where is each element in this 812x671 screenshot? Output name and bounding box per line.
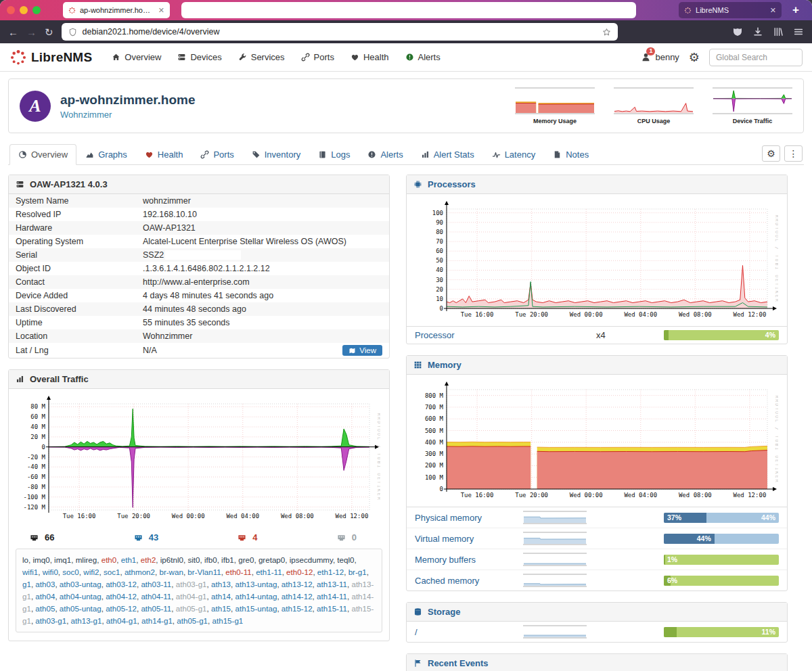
interface-link[interactable]: br-Vlan11 — [187, 568, 221, 576]
tab-health[interactable]: Health — [136, 144, 192, 165]
user-menu[interactable]: 1 benny — [641, 52, 679, 62]
interface-link[interactable]: eth1 — [121, 555, 137, 564]
interface-link[interactable]: ath13-12 — [281, 580, 313, 588]
mini-graph-traffic[interactable]: Device Traffic — [713, 87, 792, 124]
interface-link[interactable]: ath04-12 — [106, 592, 137, 601]
tab-ports[interactable]: Ports — [191, 144, 242, 165]
interface-link[interactable]: ath14-12 — [281, 592, 313, 601]
minimize-window-button[interactable] — [20, 6, 28, 14]
browser-tab-inactive[interactable]: LibreNMS ✕ — [679, 2, 782, 18]
interface-link[interactable]: ath04 — [35, 592, 55, 601]
interface-link[interactable]: wifi2 — [83, 568, 99, 576]
url-bar[interactable]: debian2021.home/device/4/overview — [62, 23, 618, 41]
site-security-shield-icon[interactable] — [68, 28, 77, 37]
mempool-link[interactable]: Virtual memory — [415, 534, 523, 544]
interface-link[interactable]: ath03-untag — [60, 580, 102, 588]
downloads-icon[interactable] — [752, 26, 763, 37]
tab-close-icon[interactable]: ✕ — [158, 6, 164, 15]
interface-link[interactable]: imq1 — [54, 555, 71, 564]
nav-ports[interactable]: Ports — [294, 43, 342, 72]
nav-alerts[interactable]: Alerts — [398, 43, 448, 72]
interface-link[interactable]: ath04-g1 — [106, 616, 137, 625]
memory-graph[interactable]: 800 M700 M600 M500 M400 M300 M200 M100 M… — [415, 380, 778, 503]
interface-link[interactable]: ath15 — [211, 604, 231, 613]
ports-ignored-count[interactable]: 0 — [336, 532, 357, 542]
ports-down-count[interactable]: 4 — [237, 532, 257, 542]
interface-link[interactable]: ath14-untag — [235, 592, 277, 601]
tab-overview[interactable]: Overview — [9, 144, 76, 165]
interface-link[interactable]: ath03 — [35, 580, 55, 588]
interface-link[interactable]: ath14-g1 — [141, 616, 173, 625]
titlebar-pill[interactable] — [181, 2, 636, 18]
tab-notes[interactable]: Notes — [544, 144, 597, 165]
interface-link[interactable]: soc0 — [62, 568, 79, 576]
ports-total-count[interactable]: 66 — [29, 532, 54, 542]
interface-link[interactable]: ath05-untag — [60, 604, 102, 613]
kebab-menu-button[interactable]: ⋮ — [784, 145, 803, 162]
interface-link[interactable]: ip6tnl0 — [160, 555, 183, 564]
librenms-logo[interactable]: LibreNMS — [9, 49, 92, 66]
menu-icon[interactable] — [793, 26, 804, 37]
new-tab-button[interactable]: + — [786, 3, 805, 17]
mempool-link[interactable]: Physical memory — [415, 513, 523, 523]
interface-link[interactable]: gre0 — [238, 555, 254, 564]
tab-logs[interactable]: Logs — [309, 144, 359, 165]
interface-link[interactable]: ath05 — [35, 604, 55, 613]
nav-services[interactable]: Services — [231, 43, 292, 72]
interface-link[interactable]: ath05-g1 — [176, 604, 207, 613]
cpu-graph[interactable]: 1009080706050403020100Tue 16:00Tue 20:00… — [415, 200, 778, 322]
interface-link[interactable]: ath05-12 — [106, 604, 137, 613]
global-search-input[interactable] — [709, 49, 803, 66]
interface-link[interactable]: ath13-g1 — [71, 616, 102, 625]
interface-link[interactable]: br-g1 — [348, 568, 367, 576]
interface-link[interactable]: ath14 — [211, 592, 231, 601]
interface-link[interactable]: ifb0 — [204, 555, 217, 564]
browser-tab-active[interactable]: ap-wohnzimmer.home Overview ✕ — [63, 2, 170, 18]
interface-link[interactable]: ath15-untag — [235, 604, 277, 613]
overall-traffic-graph[interactable]: 80 M60 M40 M20 M0-20 M-40 M-60 M-80 M-10… — [18, 394, 380, 524]
interface-link[interactable]: ath15-12 — [281, 604, 313, 613]
interface-link[interactable]: mlireg — [76, 555, 97, 564]
interface-link[interactable]: br-wan — [159, 568, 183, 576]
device-location[interactable]: Wohnzimmer — [60, 110, 196, 120]
settings-gear-icon[interactable]: ⚙ — [689, 50, 700, 65]
device-settings-gear-button[interactable]: ⚙ — [762, 145, 780, 162]
interface-link[interactable]: ath03-11 — [141, 580, 171, 588]
interface-link[interactable]: athmon2 — [125, 568, 155, 576]
interface-link[interactable]: lo — [22, 555, 28, 564]
interface-link[interactable]: eth0-12 — [286, 568, 313, 576]
mempool-link[interactable]: Cached memory — [415, 576, 523, 586]
nav-overview[interactable]: Overview — [104, 43, 168, 72]
interface-link[interactable]: eth1-11 — [256, 568, 281, 576]
interface-link[interactable]: ath05-11 — [141, 604, 171, 613]
ports-up-count[interactable]: 43 — [133, 532, 158, 542]
interface-link[interactable]: ath03-g1 — [35, 616, 66, 625]
mini-graph-memory[interactable]: Memory Usage — [515, 87, 595, 124]
reload-button[interactable]: ↻ — [45, 27, 53, 37]
library-icon[interactable] — [773, 26, 784, 37]
nav-health[interactable]: Health — [343, 43, 397, 72]
storage-mount-link[interactable]: / — [415, 627, 523, 637]
tab-alert-stats[interactable]: Alert Stats — [412, 144, 483, 165]
nav-devices[interactable]: Devices — [170, 43, 229, 72]
interface-link[interactable]: teql0 — [337, 555, 354, 564]
interface-link[interactable]: ath15-g1 — [212, 616, 244, 625]
interface-link[interactable]: ath04-g1 — [176, 592, 207, 601]
interface-link[interactable]: ipsecdummy — [290, 555, 333, 564]
interface-link[interactable]: sit0 — [187, 555, 200, 564]
interface-link[interactable]: ath03-g1 — [176, 580, 207, 588]
privacy-mask-icon[interactable] — [732, 26, 743, 37]
view-location-button[interactable]: View — [342, 345, 382, 356]
back-button[interactable]: ← — [8, 27, 18, 37]
processor-link[interactable]: Processor — [415, 330, 596, 340]
interface-link[interactable]: g1 — [22, 580, 31, 588]
interface-link[interactable]: ifb1 — [221, 555, 234, 564]
forward-button[interactable]: → — [26, 27, 37, 37]
tab-close-icon[interactable]: ✕ — [770, 6, 776, 15]
interface-link[interactable]: ath15-11 — [317, 604, 347, 613]
interface-link[interactable]: ath13 — [211, 580, 231, 588]
tab-inventory[interactable]: Inventory — [243, 144, 309, 165]
bookmark-star-icon[interactable] — [602, 28, 611, 37]
tab-latency[interactable]: Latency — [483, 144, 545, 165]
tab-alerts[interactable]: Alerts — [359, 144, 411, 165]
